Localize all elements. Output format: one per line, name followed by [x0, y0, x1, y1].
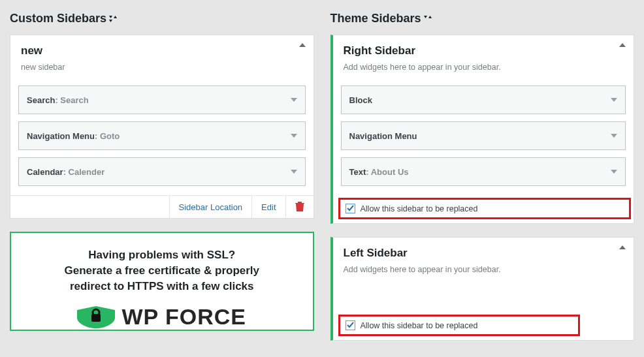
widget-instance: About Us	[371, 167, 409, 177]
panel-footer: Sidebar Location Edit	[10, 195, 314, 218]
panel-title: Left Sidebar	[344, 247, 624, 260]
theme-sidebars-column: Theme Sidebars Right Sidebar Add widgets…	[330, 0, 635, 354]
allow-replace-label: Allow this sidebar to be replaced	[361, 204, 478, 213]
footer-spacer	[10, 196, 170, 218]
panel-title: Right Sidebar	[344, 44, 624, 57]
promo-line2: Generate a free certificate & properly	[64, 264, 259, 277]
edit-link[interactable]: Edit	[261, 202, 276, 212]
allow-replace-checkbox[interactable]	[346, 320, 355, 330]
promo-logo: WP FORCE	[23, 304, 301, 330]
widget-item[interactable]: Text: About Us	[341, 157, 626, 186]
widget-item[interactable]: Calendar: Calender	[18, 157, 306, 186]
panel-header: Left Sidebar Add widgets here to appear …	[333, 238, 634, 281]
widget-item[interactable]: Navigation Menu: Goto	[18, 121, 306, 150]
widget-label: Text: About Us	[349, 167, 409, 177]
allow-replace-highlight: Allow this sidebar to be replaced	[338, 315, 580, 336]
widget-name: Calendar	[27, 167, 63, 177]
promo-line1: Having problems with SSL?	[88, 249, 235, 261]
panel-description: Add widgets here to appear in your sideb…	[344, 63, 624, 72]
widget-name: Text	[349, 167, 366, 177]
chevron-down-icon	[611, 170, 617, 174]
chevron-down-icon	[611, 98, 617, 102]
widget-item[interactable]: Search: Search	[18, 85, 306, 114]
widget-item[interactable]: Block	[341, 85, 626, 114]
widget-label: Calendar: Calender	[27, 167, 105, 177]
collapse-toggle-icon[interactable]	[619, 245, 626, 249]
promo-text: Having problems with SSL? Generate a fre…	[23, 247, 301, 294]
panel-description: Add widgets here to appear in your sideb…	[344, 265, 624, 274]
panel-description: new sidebar	[21, 63, 303, 72]
collapse-toggle-icon[interactable]	[299, 43, 306, 47]
ssl-promo-box: Having problems with SSL? Generate a fre…	[10, 232, 314, 331]
custom-sidebars-heading-text: Custom Sidebars	[10, 12, 106, 25]
widget-list: Block Navigation Menu Text: About Us	[333, 85, 634, 195]
widget-label: Block	[349, 95, 372, 105]
allow-replace-checkbox[interactable]	[346, 204, 355, 213]
panel-header: new new sidebar	[10, 35, 314, 78]
chevron-down-icon	[611, 134, 617, 138]
chevron-down-icon	[291, 134, 297, 138]
theme-sidebars-heading: Theme Sidebars	[330, 12, 635, 25]
edit-cell: Edit	[252, 196, 285, 218]
custom-sidebars-heading: Custom Sidebars	[10, 12, 314, 25]
widget-label: Search: Search	[27, 95, 89, 105]
promo-line3: redirect to HTTPS with a few clicks	[70, 280, 254, 292]
widget-list: Search: Search Navigation Menu: Goto Cal…	[10, 85, 314, 195]
promo-brand-text: WP FORCE	[121, 304, 246, 330]
widget-item[interactable]: Navigation Menu	[341, 121, 626, 150]
widget-instance: Search	[60, 95, 88, 105]
theme-sidebar-panel-right: Right Sidebar Add widgets here to appear…	[330, 35, 635, 224]
widget-list-empty	[333, 281, 634, 315]
chevron-down-icon	[291, 170, 297, 174]
theme-sidebars-heading-text: Theme Sidebars	[330, 12, 421, 25]
delete-cell	[286, 196, 314, 218]
custom-sidebars-column: Custom Sidebars new new sidebar Search: …	[10, 0, 314, 354]
trash-icon[interactable]	[295, 202, 304, 212]
widget-label: Navigation Menu: Goto	[27, 131, 120, 141]
svg-rect-1	[91, 314, 101, 322]
chevron-down-icon	[291, 98, 297, 102]
collapse-toggle-icon[interactable]	[619, 43, 626, 47]
sort-toggle-icon[interactable]	[424, 16, 433, 22]
sidebar-location-cell: Sidebar Location	[170, 196, 253, 218]
widget-name: Navigation Menu	[27, 131, 95, 141]
widget-label: Navigation Menu	[349, 131, 417, 141]
panel-title: new	[21, 44, 303, 57]
allow-replace-label: Allow this sidebar to be replaced	[361, 321, 478, 330]
shield-icon	[77, 306, 115, 328]
widget-instance: Goto	[100, 131, 120, 141]
widget-name: Search	[27, 95, 55, 105]
panel-header: Right Sidebar Add widgets here to appear…	[333, 35, 634, 78]
theme-sidebar-panel-left: Left Sidebar Add widgets here to appear …	[330, 237, 635, 341]
sidebar-location-link[interactable]: Sidebar Location	[179, 202, 243, 212]
sort-toggle-icon[interactable]	[109, 16, 118, 22]
allow-replace-highlight: Allow this sidebar to be replaced	[338, 198, 632, 219]
widget-instance: Calender	[69, 167, 105, 177]
custom-sidebar-panel: new new sidebar Search: Search Navigatio…	[10, 35, 314, 219]
